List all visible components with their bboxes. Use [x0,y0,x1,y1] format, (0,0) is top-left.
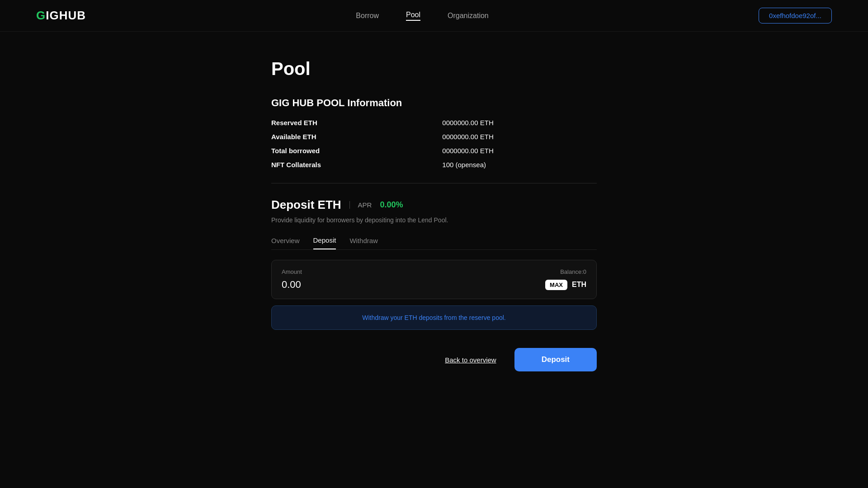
apr-label: APR [349,201,372,209]
nav-borrow[interactable]: Borrow [356,12,379,20]
amount-label: Amount [282,268,302,275]
nav: Borrow Pool Organization [356,11,488,21]
info-value-1: 0000000.00 ETH [442,133,597,141]
logo: GIGHUB [36,9,86,23]
currency-label: ETH [572,281,586,289]
nav-pool[interactable]: Pool [406,11,420,21]
page-title: Pool [271,59,597,79]
balance-label: Balance:0 [560,268,586,275]
info-value-3: 100 (opensea) [442,161,597,169]
info-value-2: 0000000.00 ETH [442,147,597,155]
tab-deposit[interactable]: Deposit [313,236,336,249]
deposit-title: Deposit ETH [271,198,341,212]
info-label-2: Total borrowed [271,147,424,155]
pool-info-grid: Reserved ETH 0000000.00 ETH Available ET… [271,119,597,169]
deposit-button[interactable]: Deposit [514,348,597,371]
info-label-1: Available ETH [271,133,424,141]
main-content: Pool GIG HUB POOL Information Reserved E… [0,32,868,399]
amount-controls: MAX ETH [545,280,586,290]
info-message-text: Withdraw your ETH deposits from the rese… [282,314,586,321]
amount-value: 0.00 [282,279,301,291]
tab-withdraw[interactable]: Withdraw [349,236,378,249]
nav-organization[interactable]: Organization [448,12,489,20]
amount-box: Amount Balance:0 0.00 MAX ETH [271,260,597,299]
info-label-3: NFT Collaterals [271,161,424,169]
pool-info-title: GIG HUB POOL Information [271,97,597,109]
logo-rest: IGHUB [46,9,86,22]
section-divider [271,183,597,183]
info-value-0: 0000000.00 ETH [442,119,597,127]
wallet-button[interactable]: 0xefhofdoe92of... [759,8,832,23]
deposit-header: Deposit ETH APR 0.00% [271,198,597,212]
tab-bar: Overview Deposit Withdraw [271,236,597,250]
tab-overview[interactable]: Overview [271,236,300,249]
logo-highlight: G [36,9,46,22]
max-button[interactable]: MAX [545,280,567,290]
footer-actions: Back to overview Deposit [271,348,597,371]
back-to-overview-button[interactable]: Back to overview [445,356,496,364]
apr-value: 0.00% [380,200,403,210]
info-label-0: Reserved ETH [271,119,424,127]
info-message-box: Withdraw your ETH deposits from the rese… [271,305,597,330]
deposit-description: Provide liquidity for borrowers by depos… [271,216,597,224]
header: GIGHUB Borrow Pool Organization 0xefhofd… [0,0,868,32]
